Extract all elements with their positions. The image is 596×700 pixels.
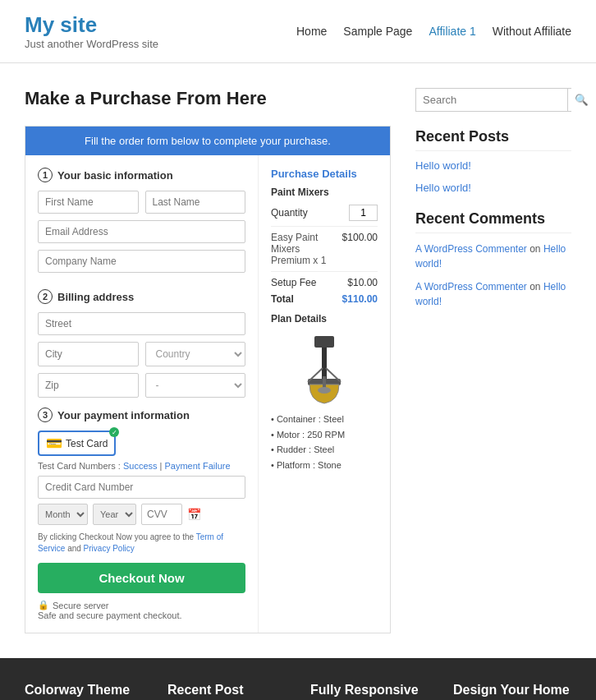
footer-col4-title: Design Your Home — [453, 683, 571, 698]
credit-card-icon: 💳 — [46, 435, 62, 451]
svg-point-4 — [318, 387, 331, 394]
failure-link[interactable]: Payment Failure — [165, 461, 231, 471]
month-select[interactable]: Month — [38, 504, 88, 525]
section2-number: 2 — [38, 289, 53, 304]
section3-label: Your payment information — [57, 409, 190, 421]
search-icon: 🔍 — [575, 94, 589, 106]
success-link[interactable]: Success — [123, 461, 158, 471]
year-select[interactable]: Year — [93, 504, 136, 525]
email-input[interactable] — [38, 220, 245, 243]
cvv-input[interactable] — [141, 504, 182, 525]
qty-input[interactable] — [349, 205, 378, 221]
setup-fee-row: Setup Fee $10.00 — [271, 277, 378, 288]
feature-4: • Platform : Stone — [271, 458, 378, 473]
setup-fee-value: $10.00 — [347, 277, 378, 288]
cc-number-input[interactable] — [38, 476, 245, 499]
search-input[interactable] — [416, 89, 567, 111]
card-expiry-row: Month Year 📅 — [38, 504, 245, 525]
zip-input[interactable] — [38, 373, 139, 398]
quantity-row: Quantity — [271, 205, 378, 221]
setup-fee-label: Setup Fee — [271, 277, 316, 288]
footer-main: Colorway Theme Footer is widgetized. To … — [0, 658, 596, 700]
check-badge: ✓ — [109, 427, 119, 437]
total-label: Total — [271, 293, 294, 305]
street-input[interactable] — [38, 312, 245, 335]
footer-col2-title: Recent Post — [167, 683, 286, 698]
footer-col1: Colorway Theme Footer is widgetized. To … — [25, 683, 143, 700]
site-title: My site — [25, 12, 158, 38]
first-name-input[interactable] — [38, 191, 139, 214]
page-title: Make a Purchase From Here — [25, 88, 391, 109]
form-left: 1 Your basic information 2 Billing addre… — [25, 155, 259, 633]
secure-label: Secure server — [53, 601, 108, 610]
nav-without-affiliate[interactable]: Without Affiliate — [493, 25, 571, 38]
post-1[interactable]: Hello world! — [415, 159, 571, 172]
site-subtitle: Just another WordPress site — [25, 38, 158, 50]
last-name-input[interactable] — [145, 191, 246, 214]
section3-title: 3 Your payment information — [38, 408, 245, 422]
safe-text: Safe and secure payment checkout. — [38, 610, 245, 620]
search-button[interactable]: 🔍 — [567, 89, 595, 111]
order-header: Fill the order form below to complete yo… — [25, 127, 390, 155]
test-card-links: Test Card Numbers : Success | Payment Fa… — [38, 461, 245, 471]
test-card-button[interactable]: 💳 Test Card ✓ — [38, 431, 116, 456]
comment-2-author[interactable]: A WordPress Commenter — [415, 281, 527, 292]
comment-2: A WordPress Commenter on Hello world! — [415, 279, 571, 309]
purchase-title: Purchase Details — [271, 168, 378, 180]
zip-row: - — [38, 373, 245, 398]
footer-col3: Fully Responsive Colorway is a unique re… — [310, 683, 429, 700]
comment-1: A WordPress Commenter on Hello world! — [415, 242, 571, 271]
checkout-button[interactable]: Checkout Now — [38, 563, 245, 593]
total-value: $110.00 — [342, 293, 378, 305]
name-row — [38, 191, 245, 214]
product-line-label: Easy Paint Mixers Premium x 1 — [271, 232, 342, 266]
feature-3: • Rudder : Steel — [271, 442, 378, 458]
nav-home[interactable]: Home — [296, 25, 327, 38]
order-form-box: Fill the order form below to complete yo… — [25, 126, 391, 633]
footer-col1-title: Colorway Theme — [25, 683, 143, 698]
state-select[interactable]: - — [145, 373, 246, 398]
svg-rect-2 — [314, 336, 334, 348]
nav-sample[interactable]: Sample Page — [343, 25, 412, 38]
comment-1-author[interactable]: A WordPress Commenter — [415, 243, 527, 255]
calendar-icon: 📅 — [187, 508, 201, 521]
section1-number: 1 — [38, 168, 53, 182]
plan-features: • Container : Steel • Motor : 250 RPM • … — [271, 412, 378, 473]
divider2 — [271, 271, 378, 272]
product-price-row: Easy Paint Mixers Premium x 1 $100.00 — [271, 232, 378, 266]
country-select[interactable]: Country — [145, 342, 246, 366]
city-input[interactable] — [38, 342, 139, 366]
post-2[interactable]: Hello world! — [415, 182, 571, 194]
qty-label: Quantity — [271, 207, 308, 219]
section1-title: 1 Your basic information — [38, 168, 245, 182]
total-row: Total $110.00 — [271, 293, 378, 305]
footer-col2: Recent Post Worth A Thousand Words Categ… — [167, 683, 286, 700]
product-price-value: $100.00 — [342, 232, 378, 266]
site-header: My site Just another WordPress site Home… — [0, 0, 596, 63]
section2-title: 2 Billing address — [38, 289, 245, 304]
terms-text: By clicking Checkout Now you agree to th… — [38, 532, 245, 555]
mixer-image — [291, 331, 357, 405]
nav-affiliate1[interactable]: Affiliate 1 — [429, 25, 475, 38]
secure-row: 🔒 Secure server — [38, 600, 245, 610]
test-card-label: Test Card Numbers : — [38, 461, 121, 471]
plan-title: Plan Details — [271, 313, 378, 325]
footer-col3-title: Fully Responsive — [310, 683, 429, 698]
product-name: Paint Mixers — [271, 187, 378, 198]
city-country-row: Country — [38, 342, 245, 366]
search-box: 🔍 — [415, 88, 571, 112]
sidebar: 🔍 Recent Posts Hello world! Hello world!… — [415, 88, 571, 633]
main-content: Make a Purchase From Here Fill the order… — [0, 63, 596, 658]
svg-rect-3 — [323, 376, 326, 389]
recent-posts-title: Recent Posts — [415, 128, 571, 151]
form-body: 1 Your basic information 2 Billing addre… — [25, 155, 390, 633]
company-input[interactable] — [38, 250, 245, 273]
recent-comments-title: Recent Comments — [415, 210, 571, 233]
lock-icon: 🔒 — [38, 600, 49, 610]
section3-number: 3 — [38, 408, 53, 422]
feature-2: • Motor : 250 RPM — [271, 427, 378, 443]
recent-posts-section: Recent Posts Hello world! Hello world! — [415, 128, 571, 194]
feature-1: • Container : Steel — [271, 412, 378, 427]
section1-label: Your basic information — [57, 169, 173, 182]
privacy-link[interactable]: Privacy Policy — [84, 544, 135, 553]
